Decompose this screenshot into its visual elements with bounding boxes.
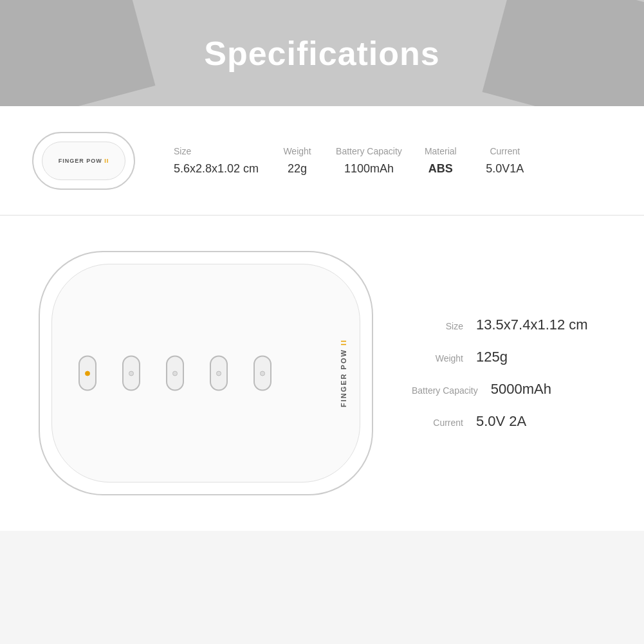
device2-buttons — [78, 356, 271, 391]
button3-dot — [172, 371, 178, 376]
battery-value: 1100mAh — [344, 162, 394, 176]
size-label: Size — [174, 145, 191, 157]
spec-current-row: Current 5.0V 2A — [412, 413, 618, 430]
device1-brand: FINGER POW II — [59, 158, 109, 164]
device2-body: FINGER POW II — [39, 251, 373, 495]
current-value: 5.0V1A — [486, 162, 524, 176]
spec-size-row: Size 13.5x7.4x1.12 cm — [412, 317, 618, 333]
specs-table2: Size 13.5x7.4x1.12 cm Weight 125g Batter… — [399, 317, 618, 430]
power-button — [78, 356, 97, 391]
material-value: ABS — [428, 162, 453, 176]
page-title: Specifications — [204, 34, 440, 73]
section-device2: FINGER POW II Size 13.5x7.4x1.12 cm Weig… — [0, 216, 644, 531]
spec-weight-row: Weight 125g — [412, 349, 618, 365]
button2-dot — [129, 371, 134, 376]
current2-label: Current — [412, 417, 463, 428]
device2-brand: FINGER POW II — [340, 339, 347, 407]
spec-weight-col: Weight 22g — [265, 145, 329, 176]
device2-image: FINGER POW II — [26, 251, 386, 495]
size2-value: 13.5x7.4x1.12 cm — [476, 317, 588, 333]
device1-pill: FINGER POW II — [32, 132, 135, 190]
size-value: 5.6x2.8x1.02 cm — [174, 162, 259, 176]
battery2-label: Battery Capacity — [412, 385, 478, 396]
current-label: Current — [490, 145, 520, 157]
current2-value: 5.0V 2A — [476, 413, 526, 430]
spec-current-col: Current 5.0V1A — [473, 145, 537, 176]
spec-battery-col: Battery Capacity 1100mAh — [329, 145, 409, 176]
device1-image: FINGER POW II — [26, 132, 142, 190]
button5-dot — [260, 371, 265, 376]
button4-dot — [216, 371, 221, 376]
spec-size-col: Size 5.6x2.8x1.02 cm — [161, 145, 265, 176]
battery2-value: 5000mAh — [491, 381, 551, 398]
spec-battery-row: Battery Capacity 5000mAh — [412, 381, 618, 398]
weight-label: Weight — [283, 145, 311, 157]
material-label: Material — [425, 145, 457, 157]
specs-table1: Size 5.6x2.8x1.02 cm Weight 22g Battery … — [161, 145, 618, 176]
section-device1: FINGER POW II Size 5.6x2.8x1.02 cm Weigh… — [0, 106, 644, 216]
button3 — [166, 356, 184, 391]
button4 — [210, 356, 228, 391]
page-header: Specifications — [0, 0, 644, 106]
weight-value: 22g — [288, 162, 307, 176]
battery-label: Battery Capacity — [336, 145, 402, 157]
weight2-label: Weight — [412, 353, 463, 364]
weight2-value: 125g — [476, 349, 508, 365]
size2-label: Size — [412, 320, 463, 332]
spec-material-col: Material ABS — [409, 145, 473, 176]
device1-inner: FINGER POW II — [42, 142, 125, 180]
button2 — [122, 356, 140, 391]
button5 — [253, 356, 271, 391]
power-dot — [85, 371, 90, 376]
